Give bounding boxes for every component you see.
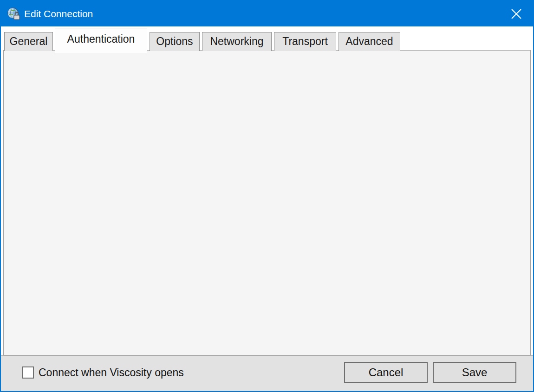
connect-on-open-label: Connect when Viscosity opens (39, 366, 184, 379)
edit-connection-dialog: Edit Connection General Authentication O… (0, 0, 534, 392)
tab-label: General (10, 35, 48, 47)
tab-label: Advanced (345, 35, 393, 47)
titlebar[interactable]: Edit Connection (1, 1, 533, 26)
save-button[interactable]: Save (433, 362, 516, 383)
close-button[interactable] (506, 6, 527, 21)
tab-networking[interactable]: Networking (202, 32, 272, 51)
globe-lock-icon (7, 7, 20, 21)
tab-label: Options (156, 35, 193, 47)
tab-label: Transport (282, 35, 328, 47)
tab-strip: General Authentication Options Networkin… (1, 26, 533, 51)
connect-on-open-checkbox[interactable] (22, 366, 34, 379)
close-icon (510, 8, 522, 20)
tab-authentication[interactable]: Authentication (55, 28, 147, 53)
tab-transport[interactable]: Transport (274, 32, 336, 51)
tab-label: Authentication (67, 33, 135, 45)
window-title: Edit Connection (24, 1, 93, 26)
cancel-button[interactable]: Cancel (344, 362, 428, 383)
tab-label: Networking (210, 35, 263, 47)
tab-options[interactable]: Options (150, 32, 200, 51)
tab-general[interactable]: General (4, 32, 53, 51)
authentication-tab-panel (3, 50, 531, 355)
tab-advanced[interactable]: Advanced (339, 32, 400, 51)
